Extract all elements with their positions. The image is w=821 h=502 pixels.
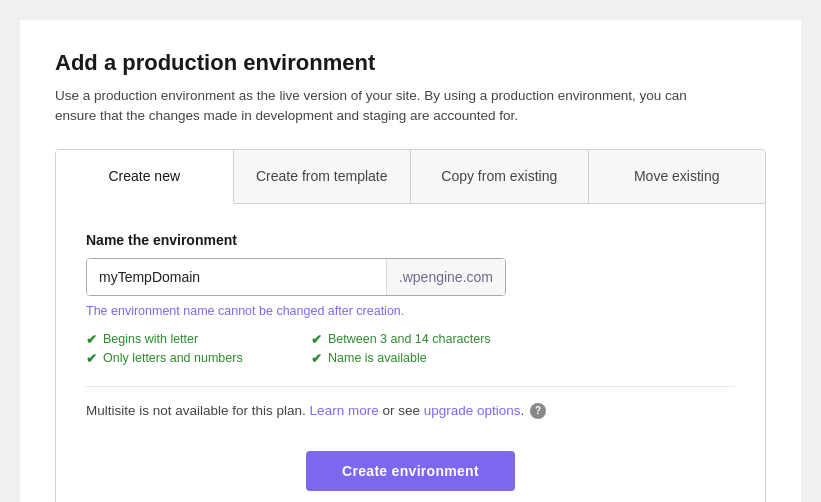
multisite-notice: Multisite is not available for this plan… bbox=[86, 386, 735, 419]
upgrade-options-link[interactable]: upgrade options bbox=[424, 403, 521, 418]
check-icon-between-chars: ✔ bbox=[311, 332, 322, 347]
validation-begins-with-letter: ✔ Begins with letter bbox=[86, 332, 281, 347]
tab-copy-from-existing[interactable]: Copy from existing bbox=[411, 150, 589, 203]
page-container: Add a production environment Use a produ… bbox=[20, 20, 801, 502]
check-icon-name-available: ✔ bbox=[311, 351, 322, 366]
tab-create-new[interactable]: Create new bbox=[56, 150, 234, 204]
card-body: Name the environment .wpengine.com The e… bbox=[56, 204, 765, 503]
page-title: Add a production environment bbox=[55, 50, 766, 76]
check-icon-begins-with-letter: ✔ bbox=[86, 332, 97, 347]
create-environment-button[interactable]: Create environment bbox=[306, 451, 515, 491]
learn-more-link[interactable]: Learn more bbox=[310, 403, 379, 418]
validation-grid: ✔ Begins with letter ✔ Between 3 and 14 … bbox=[86, 332, 506, 366]
tab-move-existing[interactable]: Move existing bbox=[589, 150, 766, 203]
tab-create-from-template[interactable]: Create from template bbox=[234, 150, 412, 203]
validation-name-available: ✔ Name is available bbox=[311, 351, 506, 366]
field-label: Name the environment bbox=[86, 232, 735, 248]
tabs-bar: Create new Create from template Copy fro… bbox=[56, 150, 765, 204]
environment-name-input[interactable] bbox=[87, 259, 386, 295]
page-description: Use a production environment as the live… bbox=[55, 86, 725, 127]
validation-between-chars: ✔ Between 3 and 14 characters bbox=[311, 332, 506, 347]
validation-only-letters-numbers: ✔ Only letters and numbers bbox=[86, 351, 281, 366]
warning-text: The environment name cannot be changed a… bbox=[86, 304, 735, 318]
domain-suffix: .wpengine.com bbox=[386, 259, 505, 295]
footer-row: Create environment bbox=[86, 443, 735, 491]
main-card: Create new Create from template Copy fro… bbox=[55, 149, 766, 503]
help-icon[interactable]: ? bbox=[530, 403, 546, 419]
check-icon-only-letters-numbers: ✔ bbox=[86, 351, 97, 366]
domain-input-group: .wpengine.com bbox=[86, 258, 506, 296]
